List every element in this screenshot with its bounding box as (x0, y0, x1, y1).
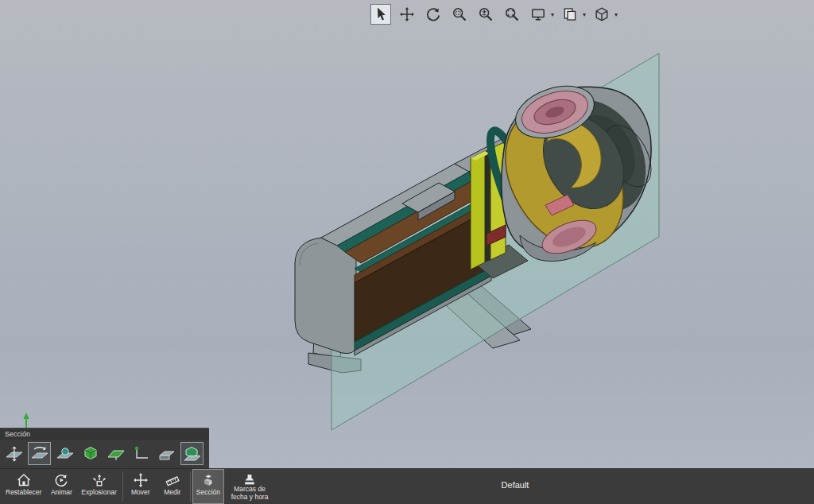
configuration-label: Default (502, 480, 529, 490)
seccion-label: Sección (196, 489, 220, 497)
medir-label: Medir (164, 489, 180, 497)
tool-zoom-window-button[interactable] (449, 4, 470, 25)
tool-rotate-button[interactable] (423, 4, 444, 25)
section-plane-green-icon (107, 445, 126, 463)
edrawings-window: ▾ ▾ ▾ Sección (0, 0, 814, 504)
section-panel-title: Sección (0, 428, 209, 440)
monitor-icon (530, 6, 546, 22)
cube-icon (594, 6, 610, 22)
section-plane-arrows-icon (5, 445, 24, 463)
section-tools-row (0, 440, 209, 468)
stamp-icon (242, 472, 258, 485)
move-icon (133, 472, 149, 488)
toolbar-separator (190, 471, 191, 502)
zoom-fit-icon (504, 6, 520, 22)
section-icon (200, 472, 216, 488)
explosionar-button[interactable]: Explosionar (77, 469, 120, 504)
section-axis-button[interactable] (130, 442, 153, 465)
animar-label: Animar (51, 489, 72, 497)
section-component-button[interactable] (180, 442, 204, 465)
drawing-views-dropdown-arrow[interactable]: ▾ (583, 11, 586, 18)
model-chassis-plates[interactable] (471, 142, 506, 269)
marcas-button[interactable]: Marcas de fecha y hora (224, 469, 275, 504)
rotate-icon (425, 6, 441, 22)
section-component-icon (183, 445, 202, 463)
home-icon (16, 472, 32, 488)
zoom-window-icon (452, 6, 467, 22)
cursor-icon (373, 6, 389, 22)
seccion-button[interactable]: Sección (192, 469, 224, 504)
restablecer-label: Restablecer (6, 489, 41, 497)
toolbar-separator (122, 471, 123, 502)
tool-zoom-fit-button[interactable] (502, 4, 522, 25)
section-sphere-button[interactable] (53, 442, 76, 465)
restablecer-button[interactable]: Restablecer (2, 469, 45, 504)
animar-button[interactable]: Animar (45, 469, 77, 504)
pan-icon (399, 6, 415, 22)
explosionar-label: Explosionar (81, 489, 116, 497)
section-axis-icon (132, 445, 151, 463)
explode-icon (91, 472, 107, 488)
tool-pan-button[interactable] (397, 4, 417, 25)
marcas-label: Marcas de fecha y hora (228, 486, 271, 502)
section-plane-green-button[interactable] (104, 442, 127, 465)
section-cap-icon (157, 445, 176, 463)
mover-label: Mover (131, 489, 150, 497)
mover-button[interactable]: Mover (125, 469, 157, 504)
section-plane-arrows-button[interactable] (2, 442, 25, 465)
section-box-button[interactable] (79, 442, 102, 465)
section-plane-rotate-icon (30, 445, 49, 463)
tool-drawing-views-button[interactable] (560, 4, 580, 25)
section-plane-rotate-button[interactable] (28, 442, 51, 465)
zoom-in-out-icon (478, 6, 494, 22)
animate-icon (53, 472, 69, 488)
tool-full-screen-button[interactable] (528, 4, 548, 25)
bottom-toolbar: Restablecer Animar Explosionar (0, 468, 814, 504)
tool-view-orientation-button[interactable] (591, 4, 612, 25)
section-sphere-icon (56, 445, 75, 463)
section-box-icon (81, 445, 100, 463)
medir-button[interactable]: Medir (157, 469, 188, 504)
tool-zoom-in-out-button[interactable] (475, 4, 496, 25)
view-toolbar: ▾ ▾ ▾ (370, 2, 618, 26)
view-orientation-dropdown-arrow[interactable]: ▾ (614, 11, 618, 18)
full-screen-dropdown-arrow[interactable]: ▾ (551, 11, 554, 18)
sheet-icon (562, 6, 578, 22)
measure-icon (165, 472, 180, 488)
tool-select-button[interactable] (370, 4, 391, 25)
section-cap-button[interactable] (155, 442, 178, 465)
section-panel: Sección (0, 428, 209, 468)
